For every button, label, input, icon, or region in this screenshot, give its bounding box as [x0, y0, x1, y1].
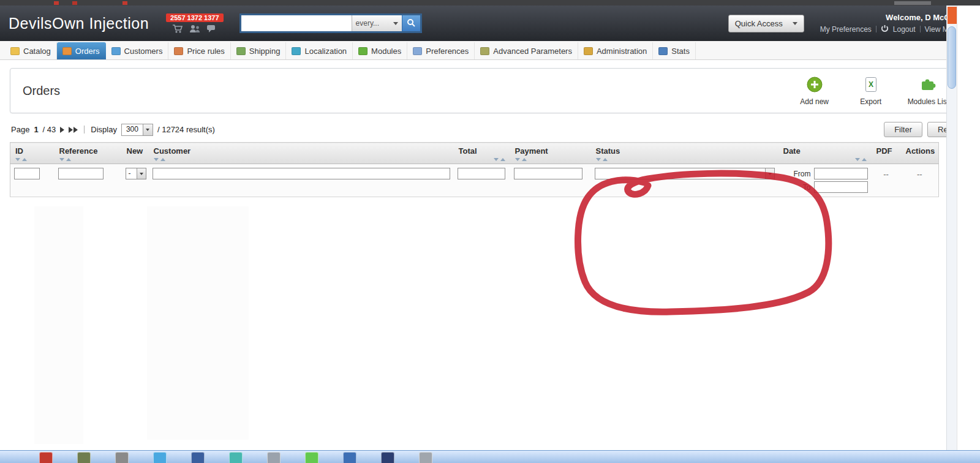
my-preferences-link[interactable]: My Preferences: [820, 25, 872, 34]
filter-total-input[interactable]: [458, 168, 505, 179]
taskbar-app-icon[interactable]: [77, 452, 91, 463]
display-value: 300: [122, 124, 143, 135]
search-button[interactable]: [402, 15, 420, 31]
sort-asc-icon[interactable]: [160, 158, 165, 161]
column-header-customer[interactable]: Customer: [149, 143, 454, 164]
sort-desc-icon[interactable]: [59, 158, 64, 161]
search-scope-value: every...: [356, 19, 379, 28]
filter-date-from-input[interactable]: [814, 168, 868, 179]
taskbar-app-icon[interactable]: [305, 452, 318, 463]
column-header-id[interactable]: ID: [10, 143, 55, 164]
tab-customers[interactable]: Customers: [106, 42, 169, 59]
search-scope-select[interactable]: every...: [352, 15, 402, 31]
quick-access-dropdown[interactable]: Quick Access: [728, 15, 804, 32]
sort-desc-icon[interactable]: [515, 158, 520, 161]
brand-logo[interactable]: DevilsOwn Injection: [9, 15, 149, 32]
taskbar-app-icon[interactable]: [229, 452, 243, 463]
scrollbar[interactable]: [946, 6, 957, 450]
sort-asc-icon[interactable]: [22, 158, 27, 161]
sort-desc-icon[interactable]: [494, 158, 499, 161]
filter-date-to-input[interactable]: [814, 181, 868, 193]
column-label: Payment: [515, 146, 548, 156]
tab-label: Shipping: [249, 47, 281, 56]
taskbar-app-icon[interactable]: [267, 452, 281, 463]
tab-label: Preferences: [426, 47, 469, 56]
page-panel: Orders Add new X Export: [10, 68, 970, 113]
filter-reference-input[interactable]: [58, 168, 104, 179]
filter-customer-input[interactable]: [153, 168, 450, 179]
sort-asc-icon[interactable]: [603, 158, 608, 161]
tab-label: Orders: [75, 47, 100, 56]
price-tag-icon: [174, 47, 183, 55]
truck-icon: [236, 47, 246, 55]
content: Orders Add new X Export: [0, 60, 980, 197]
tab-label: Customers: [124, 47, 163, 56]
messages-icon[interactable]: [206, 24, 217, 34]
export-excel-icon: X: [864, 76, 878, 95]
tab-orders[interactable]: Orders: [57, 42, 106, 59]
scrollbar-thumb[interactable]: [948, 26, 956, 89]
customers-icon[interactable]: [189, 24, 200, 34]
next-page-icon[interactable]: [60, 127, 64, 133]
page-title: Orders: [23, 84, 60, 98]
quick-access-label: Quick Access: [735, 19, 783, 28]
taskbar-app-icon[interactable]: [115, 452, 129, 463]
logout-link[interactable]: Logout: [893, 25, 916, 34]
sort-asc-icon[interactable]: [500, 158, 505, 161]
tab-bar: CatalogOrdersCustomersPrice rulesShippin…: [0, 41, 980, 60]
filter-payment-input[interactable]: [514, 168, 582, 179]
sort-desc-icon[interactable]: [15, 158, 20, 161]
date-from-label: From: [794, 170, 811, 178]
tab-administration[interactable]: Administration: [578, 42, 653, 59]
add-new-icon: [806, 76, 823, 95]
taskbar: [0, 450, 980, 463]
taskbar-app-icon[interactable]: [39, 452, 53, 463]
taskbar-icons: [39, 452, 457, 463]
taskbar-app-icon[interactable]: [419, 452, 432, 463]
filter-new-select[interactable]: -: [126, 168, 146, 179]
wrench-icon: [480, 47, 489, 55]
column-header-date[interactable]: Date: [778, 143, 872, 164]
sort-desc-icon[interactable]: [596, 158, 601, 161]
filter-id-input[interactable]: [14, 168, 40, 179]
sort-desc-icon[interactable]: [855, 158, 860, 161]
column-header-payment[interactable]: Payment: [510, 143, 591, 164]
tab-catalog[interactable]: Catalog: [5, 42, 57, 59]
tab-stats[interactable]: Stats: [653, 42, 696, 59]
window-gutter: [957, 6, 980, 463]
filter-button[interactable]: Filter: [884, 122, 922, 137]
modules-list-button[interactable]: Modules List: [908, 76, 949, 106]
column-header-total[interactable]: Total: [454, 143, 510, 164]
display-select[interactable]: 300: [121, 124, 153, 136]
taskbar-app-icon[interactable]: [153, 452, 167, 463]
separator: [876, 26, 876, 32]
taskbar-app-icon[interactable]: [343, 452, 356, 463]
search-input[interactable]: [241, 15, 352, 31]
tab-preferences[interactable]: Preferences: [407, 42, 475, 59]
sort-desc-icon[interactable]: [154, 158, 159, 161]
tab-advanced-parameters[interactable]: Advanced Parameters: [475, 42, 578, 59]
taskbar-app-icon[interactable]: [191, 452, 205, 463]
browser-icon: [72, 1, 77, 5]
filter-status-select[interactable]: [595, 168, 775, 179]
cart-icon: [62, 47, 72, 55]
export-button[interactable]: X Export: [851, 76, 891, 106]
tab-shipping[interactable]: Shipping: [231, 42, 287, 59]
column-header-status[interactable]: Status: [591, 143, 778, 164]
sort-asc-icon[interactable]: [862, 158, 867, 161]
column-header-reference[interactable]: Reference: [55, 143, 122, 164]
tab-price-rules[interactable]: Price rules: [168, 42, 230, 59]
cart-icon[interactable]: [172, 24, 183, 34]
tab-modules[interactable]: Modules: [353, 42, 407, 59]
last-page-icon[interactable]: [69, 127, 78, 133]
sort-asc-icon[interactable]: [522, 158, 527, 161]
actions-filter-placeholder: --: [905, 168, 935, 179]
taskbar-app-icon[interactable]: [381, 452, 394, 463]
sort-asc-icon[interactable]: [66, 158, 71, 161]
column-label: Actions: [906, 146, 935, 156]
tab-localization[interactable]: Localization: [286, 42, 353, 59]
header-search: every...: [239, 13, 422, 33]
add-new-button[interactable]: Add new: [795, 76, 834, 106]
power-icon: [881, 24, 889, 34]
page-label: Page: [11, 125, 29, 134]
